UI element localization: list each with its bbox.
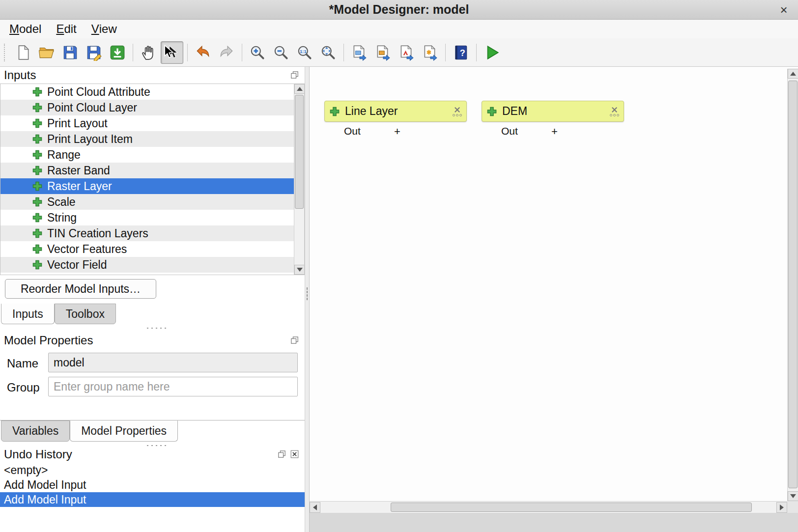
export-as-image-icon (351, 44, 368, 61)
plus-icon (32, 102, 43, 113)
input-type-vector-field[interactable]: Vector Field (0, 257, 294, 273)
save-model-button[interactable] (59, 41, 82, 64)
model-input-node-dem[interactable]: DEMOut+ (482, 101, 624, 138)
model-name-input[interactable] (48, 353, 298, 372)
node-out-toggle[interactable]: Out (501, 125, 518, 137)
zoom-full-button[interactable] (317, 41, 340, 64)
undo-history-item-0[interactable]: <empty> (0, 463, 305, 477)
node-expand-toggle[interactable]: + (551, 125, 558, 138)
export-as-svg-icon (374, 44, 391, 61)
undo-button[interactable] (192, 41, 214, 64)
zoom-in-button[interactable] (246, 41, 269, 64)
panel-splitter-handle[interactable] (145, 326, 167, 330)
input-type-point-cloud-layer[interactable]: Point Cloud Layer (0, 100, 294, 115)
run-model-button[interactable] (481, 41, 503, 64)
window-close-button[interactable]: × (775, 0, 792, 20)
undo-history-close-icon[interactable] (290, 450, 299, 458)
new-model-button[interactable] (12, 41, 34, 64)
input-type-tin-creation-layers[interactable]: TIN Creation Layers (0, 225, 294, 241)
save-model-in-project-icon (109, 44, 126, 61)
dock-tab-model-properties[interactable]: Model Properties (70, 420, 178, 442)
node-links-icon[interactable] (453, 114, 462, 116)
export-as-script-button[interactable] (419, 41, 441, 64)
redo-icon (218, 44, 235, 61)
node-out-toggle[interactable]: Out (344, 125, 361, 137)
input-type-scale[interactable]: Scale (0, 194, 294, 210)
model-properties-float-icon[interactable] (290, 336, 299, 344)
open-model-button[interactable] (35, 41, 58, 64)
input-type-vector-features[interactable]: Vector Features (0, 241, 294, 257)
menu-view[interactable]: View (84, 20, 124, 38)
scrollbar-corner (787, 501, 798, 513)
reorder-model-inputs-button[interactable]: Reorder Model Inputs… (5, 279, 156, 299)
save-model-as-button[interactable] (83, 41, 105, 64)
inputs-panel-float-icon[interactable] (290, 71, 299, 79)
remove-node-icon[interactable] (454, 106, 461, 113)
scrollbar-thumb[interactable] (391, 503, 752, 512)
input-type-string[interactable]: String (0, 210, 294, 225)
input-type-range[interactable]: Range (0, 147, 294, 163)
input-type-raster-band[interactable]: Raster Band (0, 163, 294, 178)
input-type-label: Raster Layer (47, 180, 112, 193)
svg-text:?: ? (460, 48, 465, 58)
node-expand-toggle[interactable]: + (394, 125, 400, 138)
export-as-svg-button[interactable] (371, 41, 394, 64)
triangle-left-icon (313, 504, 317, 510)
scrollbar-thumb[interactable] (295, 95, 304, 209)
pan-tool-button[interactable] (137, 41, 160, 64)
export-as-pdf-button[interactable] (395, 41, 418, 64)
redo-button[interactable] (215, 41, 238, 64)
save-model-in-project-button[interactable] (106, 41, 129, 64)
menubar: ModelEditView (0, 20, 798, 38)
scroll-up-button[interactable] (294, 84, 305, 94)
canvas-vertical-scrollbar[interactable] (787, 69, 798, 501)
undo-history-item-1[interactable]: Add Model Input (0, 477, 305, 492)
titlebar[interactable]: *Model Designer: model × (0, 0, 798, 20)
triangle-down-icon (297, 268, 303, 272)
dock-tab-toolbox[interactable]: Toolbox (55, 304, 116, 324)
input-type-point-cloud-attribute[interactable]: Point Cloud Attribute (0, 84, 294, 100)
plus-icon (32, 244, 43, 254)
scrollbar-thumb[interactable] (788, 81, 798, 488)
model-canvas[interactable]: Line LayerOut+DEMOut+ (310, 67, 798, 532)
menu-edit[interactable]: Edit (49, 20, 84, 38)
help-button[interactable]: ? (450, 41, 472, 64)
input-type-vector-layer[interactable]: Vector Layer (0, 273, 294, 275)
input-type-label: String (47, 211, 77, 224)
new-model-icon (15, 44, 31, 61)
undo-history-float-icon[interactable] (278, 450, 286, 458)
scroll-down-button[interactable] (788, 491, 798, 501)
model-input-node-line-layer[interactable]: Line LayerOut+ (324, 101, 467, 138)
dock-tab-inputs[interactable]: Inputs (1, 304, 55, 324)
model-properties-header: Model Properties (0, 332, 305, 349)
remove-node-icon[interactable] (611, 106, 618, 113)
toolbar-drag-handle[interactable] (4, 44, 7, 61)
node-box[interactable]: DEM (482, 101, 624, 122)
scroll-up-button[interactable] (788, 69, 798, 79)
left-dock: Inputs Point Cloud AttributePoint Cloud … (0, 67, 305, 532)
input-type-print-layout-item[interactable]: Print Layout Item (0, 131, 294, 147)
undo-history-item-2[interactable]: Add Model Input (0, 492, 305, 507)
zoom-actual-button[interactable]: 1:1 (293, 41, 316, 64)
menu-model[interactable]: Model (2, 20, 49, 38)
node-links-icon[interactable] (610, 114, 619, 116)
toolbar: 1:1? (0, 38, 798, 67)
scroll-left-button[interactable] (310, 502, 320, 513)
model-group-input[interactable] (48, 377, 298, 396)
open-model-icon (38, 44, 55, 61)
canvas-horizontal-scrollbar[interactable] (310, 501, 787, 513)
save-model-icon (62, 44, 79, 61)
triangle-up-icon (790, 72, 796, 76)
inputs-scrollbar[interactable] (294, 84, 304, 275)
dock-tab-variables[interactable]: Variables (1, 420, 70, 442)
input-type-print-layout[interactable]: Print Layout (0, 115, 294, 131)
plus-icon (32, 259, 43, 270)
node-box[interactable]: Line Layer (324, 101, 467, 122)
scroll-down-button[interactable] (294, 265, 305, 275)
inputs-rows: Point Cloud AttributePoint Cloud LayerPr… (0, 84, 304, 275)
zoom-out-button[interactable] (270, 41, 292, 64)
input-type-raster-layer[interactable]: Raster Layer (0, 178, 294, 194)
export-as-image-button[interactable] (348, 41, 370, 64)
dock-canvas-splitter[interactable] (305, 67, 310, 532)
scroll-right-button[interactable] (776, 502, 787, 513)
